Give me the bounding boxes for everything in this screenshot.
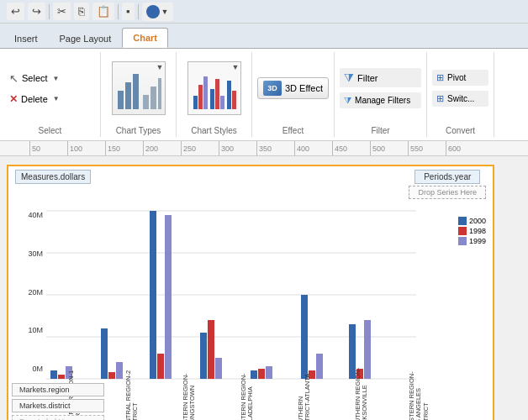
chart-frame[interactable]: Measures.dollars Periods.year Drop Serie… [7,165,494,420]
filter-icon: ⧩ [344,71,354,85]
tab-insert[interactable]: Insert [3,28,49,48]
x-label-3: EASTERN REGION-YOUNGSTOWN [161,365,219,420]
markets-region-label: Markets.region [12,383,104,396]
drop-label-zone[interactable]: Drop Label Here [12,415,104,420]
ruler-mark-350: 350 [256,141,294,156]
quick-access-toolbar: ↩ ↪ ✂ ⎘ 📋 ▪ ▼ [0,0,528,24]
svg-rect-11 [220,96,224,109]
select-arrow: ▼ [53,75,60,82]
svg-rect-0 [118,91,124,109]
delete-button[interactable]: ✕ Delete ▼ [5,91,95,108]
ruler: 50 100 150 200 250 300 350 400 450 500 5… [0,141,528,156]
select-group-content: ↖ Select ▼ ✕ Delete ▼ [5,54,95,123]
ruler-mark-400: 400 [294,141,332,156]
ruler-mark-100: 100 [67,141,105,156]
bottom-labels: Markets.region Markets.district Drop Lab… [12,383,104,420]
cursor-icon: ↖ [9,72,18,85]
svg-rect-13 [232,91,236,109]
ruler-mark-50: 50 [29,141,67,156]
chart-header: Measures.dollars Periods.year Drop Serie… [8,166,493,202]
svg-rect-12 [227,81,231,109]
tab-page-layout[interactable]: Page Layout [49,28,123,48]
chart-style-dropdown-arrow: ▼ [232,63,240,71]
3d-icon: 3D [263,81,282,96]
convert-group-label: Convert [432,123,488,135]
chart-style-svg [192,64,237,111]
filter-content: ⧩ Filter ⧩ Manage Filters [340,54,421,123]
effect-group: 3D 3D Effect Effect [252,52,335,137]
filter-group-label: Filter [340,123,421,135]
link-button[interactable]: ▼ [142,3,173,21]
svg-rect-26 [150,211,156,379]
chart-types-content: ▼ [106,54,171,123]
svg-rect-3 [143,95,149,109]
select-group: ↖ Select ▼ ✕ Delete ▼ Select [0,52,101,137]
svg-rect-8 [203,76,208,109]
redo-button[interactable]: ↪ [28,3,45,20]
svg-rect-1 [125,82,131,109]
format-button[interactable]: ▪ [122,3,135,20]
ribbon: ↖ Select ▼ ✕ Delete ▼ Select [0,49,528,141]
ruler-mark-300: 300 [219,141,256,156]
chart-styles-group: ▼ Chart Styles [177,52,252,137]
paste-button[interactable]: 📋 [92,3,114,20]
bars-container: CENTRAL REGION-1 DISTRICT CENTRAL REGION… [46,202,493,420]
separator-1 [49,4,50,19]
svg-rect-2 [133,74,139,109]
effect-content: 3D 3D Effect [257,54,329,123]
ruler-mark-250: 250 [181,141,219,156]
chart-type-picker[interactable]: ▼ [112,61,166,115]
ruler-mark-500: 500 [370,141,408,156]
manage-filters-button[interactable]: ⧩ Manage Filters [340,92,421,108]
drop-series-zone[interactable]: Drop Series Here [409,186,486,199]
x-label-5: SOUTHERN DISTRICT-ATLANTA [276,365,333,420]
svg-rect-10 [215,79,219,109]
tab-chart[interactable]: Chart [122,28,168,48]
undo-button[interactable]: ↩ [7,3,24,20]
x-axis-labels: CENTRAL REGION-1 DISTRICT CENTRAL REGION… [46,365,448,420]
svg-rect-6 [193,96,198,109]
convert-content: ⊞ Pivot ⊞ Switc... [432,54,488,123]
pivot-icon: ⊞ [436,72,444,83]
svg-rect-7 [198,85,203,109]
select-button[interactable]: ↖ Select ▼ [5,70,95,87]
x-label-2: CENTRAL REGION-2 DISTRICT [103,365,161,420]
copy-button[interactable]: ⎘ [74,3,89,20]
cut-button[interactable]: ✂ [53,3,71,20]
3d-effect-button[interactable]: 3D 3D Effect [257,77,329,99]
switch-icon: ⊞ [436,93,444,104]
ruler-mark-150: 150 [105,141,143,156]
convert-group: ⊞ Pivot ⊞ Switc... Convert [427,52,494,137]
separator-3 [138,4,139,19]
x-label-6: SOUTHERN REGION-JACKSONVILLE [333,365,390,420]
delete-icon: ✕ [9,93,18,105]
tab-bar: Insert Page Layout Chart [0,24,528,49]
delete-arrow: ▼ [53,95,60,102]
chart-types-group: ▼ Chart Types [101,52,177,137]
period-label: Periods.year [414,170,480,184]
manage-filter-icon: ⧩ [344,95,351,106]
svg-rect-5 [158,78,161,109]
chart-styles-content: ▼ [182,54,246,123]
x-label-7: WESTERN REGION-LOS ANGELES DISTRICT [391,365,448,420]
chart-container: Measures.dollars Periods.year Drop Serie… [0,156,528,420]
chart-type-svg [116,66,161,111]
filter-group: ⧩ Filter ⧩ Manage Filters Filter [335,52,427,137]
switch-button[interactable]: ⊞ Switc... [432,91,488,107]
ruler-mark-550: 550 [408,141,446,156]
select-group-label: Select [5,123,95,135]
chart-type-dropdown-arrow: ▼ [156,63,164,71]
effect-group-label: Effect [257,123,329,135]
pivot-button[interactable]: ⊞ Pivot [432,70,488,86]
svg-rect-9 [210,89,214,109]
chart-style-picker[interactable]: ▼ [187,61,241,115]
svg-rect-28 [165,215,172,379]
measure-label: Measures.dollars [15,170,91,184]
svg-rect-4 [150,87,156,109]
markets-district-label: Markets.district [12,399,104,412]
ruler-mark-600: 600 [446,141,483,156]
separator-2 [118,4,119,19]
filter-button[interactable]: ⧩ Filter [340,68,421,87]
chart-styles-label: Chart Styles [182,123,246,135]
ruler-mark-450: 450 [332,141,370,156]
